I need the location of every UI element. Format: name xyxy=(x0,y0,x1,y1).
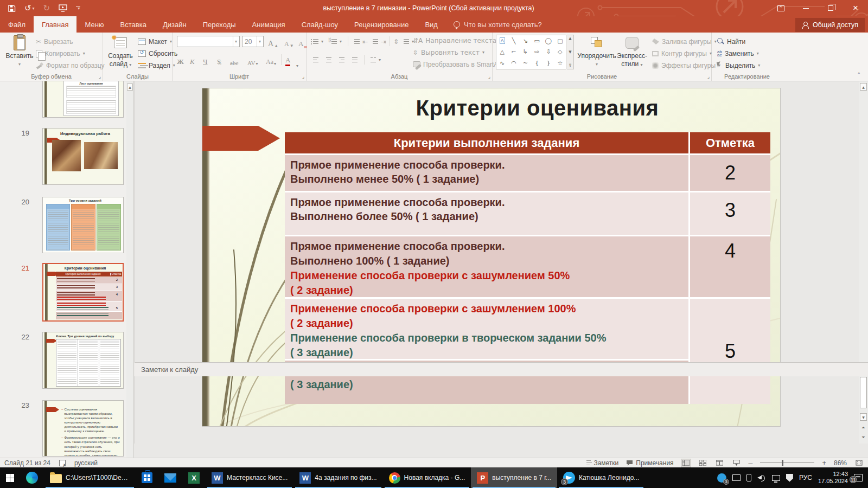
format-painter-button[interactable]: Формат по образцу xyxy=(36,60,105,71)
tab-transitions[interactable]: Переходы xyxy=(195,16,244,33)
minimize-button[interactable] xyxy=(793,0,818,16)
tray-security-icon[interactable] xyxy=(786,474,793,482)
zoom-out-button[interactable]: – xyxy=(749,459,753,467)
font-size-combo[interactable]: 20▾ xyxy=(242,36,264,47)
shrink-font-button[interactable]: A▼ xyxy=(284,36,294,48)
taskbar-chrome[interactable]: Новая вкладка - G... xyxy=(383,467,471,488)
scroll-up-button[interactable]: ▲ xyxy=(860,83,867,91)
thumbnail-slide-20[interactable]: Три уровня заданий xyxy=(42,197,124,253)
tab-review[interactable]: Рецензирование xyxy=(346,16,417,33)
slide-indicator[interactable]: Слайд 21 из 24 xyxy=(4,459,50,467)
section-button[interactable]: Раздел▾ xyxy=(138,60,175,71)
thumbnail-slide-18[interactable]: Лист оценивания xyxy=(42,81,124,118)
scribble-shape[interactable]: ∿ xyxy=(500,60,505,67)
change-case-button[interactable]: Aa▾ xyxy=(266,54,276,66)
thumbnail-slide-22[interactable]: Ключи. Три уровня заданий по выбору xyxy=(42,332,124,389)
bullets-button[interactable]: ▾ xyxy=(311,36,323,47)
start-slideshow-icon[interactable] xyxy=(59,4,67,12)
align-left-button[interactable] xyxy=(311,54,318,66)
customize-qat-icon[interactable]: ▾ xyxy=(76,7,80,10)
layout-button[interactable]: Макет▾ xyxy=(138,36,172,47)
slideshow-view-button[interactable] xyxy=(732,459,741,467)
redo-icon[interactable]: ↻ xyxy=(43,3,50,13)
new-slide-button[interactable]: Создать слайд ▾ xyxy=(105,34,136,69)
shape-outline-button[interactable]: Контур фигуры▾ xyxy=(652,48,712,59)
taskbar-mail[interactable] xyxy=(158,467,182,488)
tab-design[interactable]: Дизайн xyxy=(155,16,195,33)
undo-icon[interactable]: ↺▾ xyxy=(24,3,35,13)
quick-styles-button[interactable]: Экспресс- стили ▾ xyxy=(615,34,649,69)
scroll-down-button[interactable]: ▼ xyxy=(860,413,867,421)
slide-title[interactable]: Критерии оценивания xyxy=(295,96,780,120)
arrange-button[interactable]: Упорядочить▾ xyxy=(579,34,614,68)
tell-me-box[interactable]: Что вы хотите сделать? xyxy=(454,16,542,33)
thumbnail-slide-19[interactable]: Индивидуальная работа xyxy=(42,128,124,185)
line-shape[interactable]: ╲ xyxy=(512,37,516,44)
scrollbar-thumb[interactable] xyxy=(860,377,867,408)
left-brace-shape[interactable]: { xyxy=(535,60,539,67)
grow-font-button[interactable]: A▲ xyxy=(268,36,278,48)
justify-button[interactable] xyxy=(350,54,358,66)
save-icon[interactable] xyxy=(8,4,16,12)
curve-shape[interactable]: ~ xyxy=(523,60,528,67)
tray-network-icon[interactable] xyxy=(772,475,780,481)
select-button[interactable]: Выделить▾ xyxy=(717,60,760,71)
increase-indent-button[interactable]: ⇥ xyxy=(371,36,386,47)
callout-shape[interactable]: ◇ xyxy=(558,48,562,55)
zoom-slider[interactable] xyxy=(760,463,814,463)
bold-button[interactable]: Ж xyxy=(177,54,184,66)
cut-button[interactable]: ✂Вырезать xyxy=(36,36,73,47)
tab-animations[interactable]: Анимация xyxy=(244,16,293,33)
editor-scrollbar[interactable]: ▲ ▼ ⏶ ⏷ xyxy=(859,81,868,444)
oval-shape[interactable]: ◯ xyxy=(545,37,552,44)
down-arrow-shape[interactable]: ⇩ xyxy=(546,48,551,55)
font-dialog-launcher[interactable]: ⌟ xyxy=(302,74,304,79)
taskbar-clock[interactable]: 12:4317.05.2024 xyxy=(818,471,848,485)
thumbnail-slide-23[interactable]: –Система оценивания выстраивается таким … xyxy=(42,400,124,457)
paste-button[interactable]: Вставить▾ xyxy=(7,34,33,68)
text-shadow-button[interactable]: S xyxy=(217,54,221,66)
shape-fill-button[interactable]: Заливка фигуры▾ xyxy=(652,36,717,47)
tab-home[interactable]: Главная xyxy=(34,16,76,33)
clear-formatting-button[interactable]: A xyxy=(298,36,307,48)
taskbar-excel[interactable]: X xyxy=(182,467,206,488)
font-color-dropdown[interactable]: ▾ xyxy=(296,56,298,68)
rectangle-shape[interactable]: ▭ xyxy=(534,37,539,44)
elbow-connector-shape[interactable]: ⌐ xyxy=(511,48,516,55)
comments-toggle-button[interactable]: Примечания xyxy=(626,459,673,467)
ribbon-display-options-button[interactable] xyxy=(768,0,793,16)
tab-view[interactable]: Вид xyxy=(417,16,446,33)
taskbar-telegram[interactable]: 3Катюшка Леонидо... xyxy=(557,467,645,488)
taskbar-word-1[interactable]: WМастеркласс Кисе... xyxy=(206,467,293,488)
numbering-button[interactable]: ▾ xyxy=(329,36,342,47)
line-spacing-button[interactable]: ⇕▾ xyxy=(393,36,414,47)
reading-view-button[interactable] xyxy=(715,459,724,467)
right-brace-shape[interactable]: } xyxy=(546,60,550,67)
right-arrow-shape[interactable]: ⇨ xyxy=(534,48,539,55)
taskbar-explorer[interactable]: C:\Users\T1000\Des... xyxy=(44,467,136,488)
taskbar-edge[interactable] xyxy=(20,467,44,488)
spell-check-icon[interactable] xyxy=(59,460,66,466)
paragraph-dialog-launcher[interactable]: ⌟ xyxy=(488,74,490,79)
character-spacing-button[interactable]: AV▾ xyxy=(247,54,258,66)
arrow-shape[interactable]: ↘ xyxy=(523,37,528,44)
language-indicator[interactable]: русский xyxy=(74,459,98,467)
font-name-combo[interactable]: ▾ xyxy=(177,36,240,47)
align-text-button[interactable]: ⇳Выровнять текст▾ xyxy=(413,47,484,58)
strikethrough-button[interactable]: abc xyxy=(230,54,238,66)
shapes-gallery-scrollbar[interactable]: ▲▼⊽ xyxy=(567,35,574,69)
arc-shape[interactable]: ◠ xyxy=(511,60,516,67)
triangle-shape[interactable]: △ xyxy=(500,48,504,55)
zoom-in-button[interactable]: + xyxy=(822,459,826,467)
taskbar-word-2[interactable]: W4а задания по физ... xyxy=(293,467,382,488)
reset-button[interactable]: Сбросить xyxy=(138,48,177,59)
thumbnail-scrollbar[interactable]: ▲ xyxy=(126,81,134,458)
slide-sorter-view-button[interactable] xyxy=(698,459,707,467)
star-shape[interactable]: ☆ xyxy=(557,60,563,67)
previous-slide-button[interactable]: ⏶ xyxy=(860,424,867,432)
italic-button[interactable]: К xyxy=(190,54,195,66)
taskbar-powerpoint[interactable]: Pвыступление в 7 г... xyxy=(471,467,557,488)
text-box-shape[interactable]: A xyxy=(500,37,505,44)
shape-effects-button[interactable]: Эффекты фигуры▾ xyxy=(652,60,720,71)
drawing-dialog-launcher[interactable]: ⌟ xyxy=(707,74,710,79)
